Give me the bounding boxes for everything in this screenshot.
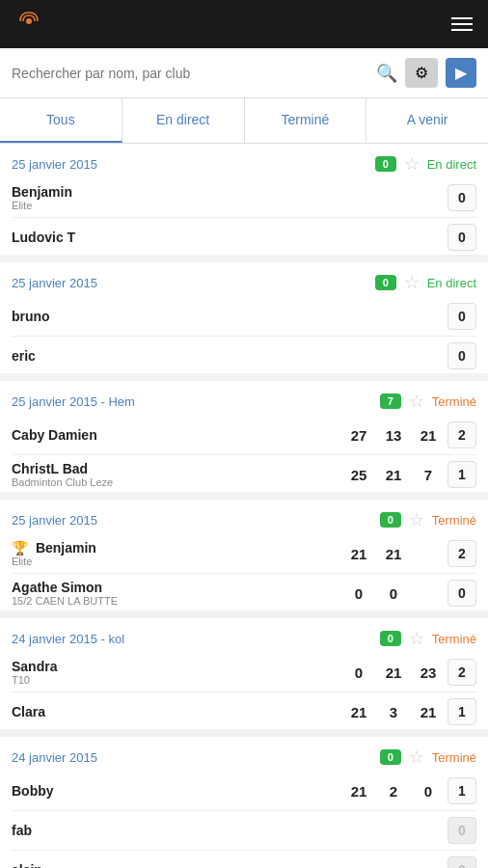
score-cell: 0 [343, 665, 374, 681]
score-cell: 2 [447, 659, 476, 686]
match-date-4: 24 janvier 2015 - kol [12, 632, 372, 646]
score-cell: 21 [413, 704, 444, 720]
match-section-4: 24 janvier 2015 - kol0☆TerminéSandraT100… [0, 618, 488, 729]
score-cell: 21 [343, 546, 374, 562]
match-status-5: Terminé [432, 750, 476, 765]
search-icon: 🔍 [376, 63, 397, 84]
player-name: fab [12, 823, 339, 838]
score-cell: 0 [447, 817, 476, 844]
trophy-icon: 🏆 [12, 540, 32, 556]
match-date-0: 25 janvier 2015 [12, 157, 367, 172]
svg-point-0 [26, 18, 32, 24]
comment-badge-3: 0 [380, 512, 401, 528]
row-divider [12, 850, 476, 851]
menu-button[interactable] [451, 17, 473, 31]
favorite-icon-5[interactable]: ☆ [409, 746, 424, 768]
player-row: Agathe Simon15/2 CAEN LA BUTTE000 [0, 576, 488, 610]
live-icon[interactable] [15, 10, 42, 39]
comment-badge-2: 7 [380, 393, 401, 409]
arrow-button[interactable]: ▶ [446, 58, 476, 88]
score-cell: 13 [378, 427, 409, 444]
score-cell: 27 [343, 427, 374, 444]
score-cell: 0 [447, 580, 476, 607]
filter-tabs: TousEn directTerminéA venir [0, 98, 488, 144]
player-row: alain0 [0, 853, 488, 868]
player-club: Elite [12, 556, 339, 567]
match-status-0: En direct [427, 157, 476, 172]
settings-button[interactable]: ⚙ [405, 58, 438, 88]
match-date-3: 25 janvier 2015 [12, 513, 372, 528]
player-name: ChristL BadBadminton Club Leze [12, 461, 339, 488]
score-cell: 2 [378, 783, 409, 800]
player-row: eric0 [0, 339, 488, 373]
score-cell: 7 [413, 467, 444, 483]
player-name: Clara [12, 704, 339, 719]
player-name: Bobby [12, 783, 339, 799]
player-name: bruno [12, 309, 339, 324]
row-divider [12, 336, 476, 337]
row-divider [12, 692, 476, 692]
favorite-icon-2[interactable]: ☆ [409, 391, 424, 412]
player-club: 15/2 CAEN LA BUTTE [12, 595, 339, 607]
match-header-3: 25 janvier 20150☆Terminé [0, 500, 488, 536]
score-cell: 2 [447, 540, 476, 567]
score-cell: 21 [343, 704, 374, 720]
match-section-2: 25 janvier 2015 - Hem7☆TerminéCaby Damie… [0, 381, 488, 492]
score-cell: 2 [447, 421, 476, 448]
tab-tous[interactable]: Tous [0, 98, 122, 143]
score-cell: 1 [447, 777, 476, 804]
player-row: ChristL BadBadminton Club Leze252171 [0, 457, 488, 492]
comment-badge-0: 0 [375, 156, 396, 172]
match-section-5: 24 janvier 20150☆TerminéBobby21201fab0al… [0, 737, 488, 868]
player-row: Bobby21201 [0, 773, 488, 808]
player-name: SandraT10 [12, 659, 339, 686]
score-cell: 21 [378, 467, 409, 483]
score-cell: 0 [447, 303, 476, 330]
player-name: Agathe Simon15/2 CAEN LA BUTTE [12, 580, 339, 607]
score-cell: 21 [343, 783, 374, 800]
score-cell: 0 [343, 585, 374, 602]
search-input[interactable] [12, 66, 368, 81]
favorite-icon-1[interactable]: ☆ [404, 272, 420, 293]
player-name: eric [12, 348, 339, 364]
player-row: fab0 [0, 813, 488, 848]
match-header-1: 25 janvier 20150☆En direct [0, 262, 488, 299]
match-section-1: 25 janvier 20150☆En directbruno0eric0 [0, 262, 488, 373]
score-cell: 0 [378, 585, 409, 602]
tab-a-venir[interactable]: A venir [366, 98, 488, 143]
player-row: SandraT10021232 [0, 655, 488, 690]
app-header [0, 0, 488, 48]
match-header-4: 24 janvier 2015 - kol0☆Terminé [0, 618, 488, 655]
player-row: Ludovic T0 [0, 220, 488, 255]
score-cell: 25 [343, 467, 374, 483]
player-name: 🏆 BenjaminElite [12, 540, 339, 567]
row-divider [12, 573, 476, 574]
tab-termine[interactable]: Terminé [245, 98, 367, 143]
row-divider [12, 810, 476, 811]
favorite-icon-3[interactable]: ☆ [409, 509, 424, 530]
favorite-icon-0[interactable]: ☆ [404, 153, 420, 175]
player-row: 🏆 BenjaminElite21212 [0, 536, 488, 571]
comment-badge-5: 0 [380, 749, 401, 765]
match-status-3: Terminé [432, 513, 476, 528]
match-date-1: 25 janvier 2015 [12, 276, 367, 290]
row-divider [12, 217, 476, 218]
match-date-2: 25 janvier 2015 - Hem [12, 394, 372, 409]
favorite-icon-4[interactable]: ☆ [409, 628, 424, 649]
score-cell: 21 [378, 665, 409, 681]
score-cell: 1 [447, 461, 476, 488]
score-cell: 21 [378, 546, 409, 562]
match-date-5: 24 janvier 2015 [12, 750, 372, 765]
score-cell: 23 [413, 665, 444, 681]
score-cell: 21 [413, 427, 444, 444]
score-cell: 0 [413, 783, 444, 800]
score-cell: 0 [447, 342, 476, 369]
score-cell: 3 [378, 704, 409, 720]
match-status-2: Terminé [432, 394, 476, 409]
player-club: Elite [12, 200, 339, 211]
score-cell: 0 [447, 184, 476, 211]
match-header-2: 25 janvier 2015 - Hem7☆Terminé [0, 381, 488, 418]
match-section-0: 25 janvier 20150☆En directBenjaminElite0… [0, 144, 488, 255]
player-name: alain [12, 862, 339, 868]
tab-en-direct[interactable]: En direct [122, 98, 245, 143]
